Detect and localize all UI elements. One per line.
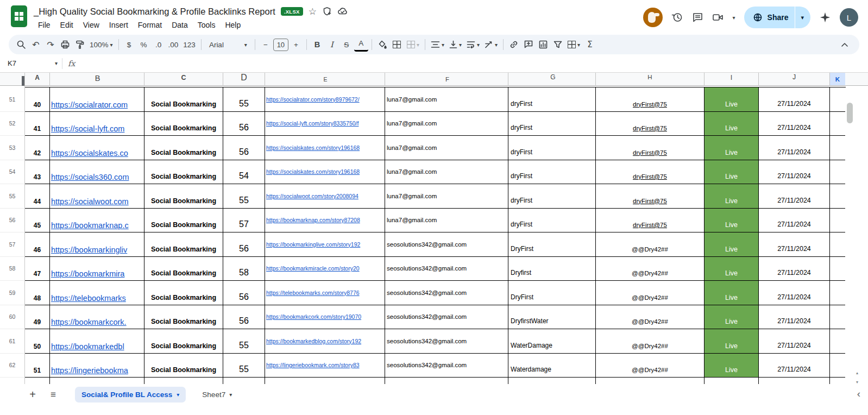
vertical-align-button[interactable]: ▾ — [447, 37, 464, 52]
cell-D59[interactable]: 56 — [223, 281, 265, 305]
cell-G55[interactable]: dryFirst — [508, 184, 596, 209]
cell-H54[interactable]: dryFirst@75 — [596, 160, 705, 185]
cell-D54[interactable]: 54 — [223, 160, 265, 185]
cell-J54[interactable]: 27/11/2024 — [759, 160, 830, 185]
select-all-corner[interactable] — [0, 73, 25, 85]
create-filter-button[interactable] — [551, 37, 565, 52]
cell-J60[interactable]: 27/11/2024 — [759, 305, 830, 330]
column-header-G[interactable]: G — [508, 73, 596, 85]
insert-chart-button[interactable] — [536, 37, 550, 52]
cell-B55[interactable]: https://socialwoot.com — [50, 184, 144, 209]
text-color-button[interactable]: A — [354, 37, 368, 52]
cell-I52[interactable]: Live — [705, 112, 759, 136]
cell-H51[interactable]: dryFirst@75 — [596, 87, 705, 112]
cell-B57[interactable]: https://bookmarkingliv — [50, 232, 144, 257]
cell-D62[interactable]: 55 — [223, 354, 265, 378]
cell-G58[interactable]: Dryfirst — [508, 257, 596, 281]
cell-I62[interactable]: Live — [705, 354, 759, 378]
cell-K55[interactable] — [830, 184, 845, 209]
cell-A51[interactable]: 40 — [25, 87, 50, 112]
column-header-I[interactable]: I — [705, 73, 759, 85]
cell-F62[interactable]: seosolutions342@gmail.com — [385, 354, 508, 378]
hide-menus-icon[interactable] — [838, 37, 852, 52]
cell-A58[interactable]: 47 — [25, 257, 50, 281]
vertical-scrollbar[interactable] — [847, 103, 853, 123]
cell-I56[interactable]: Live — [705, 209, 759, 233]
cloud-status-icon[interactable] — [337, 7, 348, 16]
star-icon[interactable]: ☆ — [309, 7, 317, 16]
cell-A56[interactable]: 45 — [25, 209, 50, 233]
document-title[interactable]: _High Quality Social Bookmarking & Profi… — [34, 7, 275, 17]
cell-D56[interactable]: 57 — [223, 209, 265, 233]
row-header-52[interactable]: 52 — [0, 112, 25, 136]
fill-color-button[interactable] — [375, 37, 389, 52]
cell-C60[interactable]: Social Bookmarking — [144, 305, 223, 330]
merge-cells-button[interactable]: ▾ — [405, 37, 422, 52]
cell-E51[interactable]: https://socialrator.com/story8979672/ — [265, 87, 385, 112]
cell-I57[interactable]: Live — [705, 232, 759, 257]
cell-G62[interactable]: Waterdamage — [508, 354, 596, 378]
cell-J52[interactable]: 27/11/2024 — [759, 112, 830, 136]
cell-A62[interactable]: 51 — [25, 354, 50, 378]
link-B56[interactable]: https://bookmarknap.c — [51, 221, 129, 230]
sheets-logo-icon[interactable] — [11, 5, 27, 27]
cell-E58[interactable]: https://bookmarkmiracle.com/story20 — [265, 257, 385, 281]
cell-F56[interactable]: luna7@gmail.com — [385, 209, 508, 233]
text-wrap-button[interactable]: ▾ — [464, 37, 482, 52]
print-icon[interactable] — [58, 37, 72, 52]
horizontal-align-button[interactable]: ▾ — [429, 37, 446, 52]
menu-data[interactable]: Data — [167, 19, 192, 31]
font-size-input[interactable]: 10 — [273, 39, 288, 51]
cell-C[interactable] — [144, 378, 223, 384]
link-B53[interactable]: https://socialskates.co — [51, 149, 128, 158]
cell-K61[interactable] — [830, 329, 845, 354]
cell-F57[interactable]: seosolutions342@gmail.com — [385, 232, 508, 257]
cell-J55[interactable]: 27/11/2024 — [759, 184, 830, 209]
workspace-avatar[interactable] — [643, 8, 663, 27]
meet-caret-icon[interactable]: ▾ — [733, 15, 735, 21]
cell-B51[interactable]: https://socialrator.com — [50, 87, 144, 112]
cell-E56[interactable]: https://bookmarknap.com/story87208 — [265, 209, 385, 233]
cell-D57[interactable]: 56 — [223, 232, 265, 257]
link-B55[interactable]: https://socialwoot.com — [51, 197, 129, 206]
cell-B[interactable] — [50, 378, 144, 384]
cell-C55[interactable]: Social Bookmarking — [144, 184, 223, 209]
row-header-51[interactable]: 51 — [0, 87, 25, 112]
sheet-tab-active[interactable]: Social& Profile BL Access▾ — [75, 387, 186, 403]
column-header-E[interactable]: E — [265, 73, 385, 85]
user-avatar[interactable]: L — [840, 8, 858, 27]
cell-B61[interactable]: https://bookmarkedbl — [50, 329, 144, 354]
cell-H52[interactable]: dryFirst@75 — [596, 112, 705, 136]
cell-G60[interactable]: DryfirstWater — [508, 305, 596, 330]
link-B60[interactable]: https://bookmarkcork. — [51, 318, 127, 326]
cell-H58[interactable]: @@Dry42## — [596, 257, 705, 281]
row-header-62[interactable]: 62 — [0, 354, 25, 378]
cell-G52[interactable]: dryFirst — [508, 112, 596, 136]
cell-C62[interactable]: Social Bookmarking — [144, 354, 223, 378]
cell-A[interactable] — [25, 378, 50, 384]
row-header-60[interactable]: 60 — [0, 305, 25, 330]
cell-E57[interactable]: https://bookmarkinglive.com/story192 — [265, 232, 385, 257]
link-E62[interactable]: https://lingeriebookmark.com/story83 — [266, 362, 360, 368]
show-side-panel-icon[interactable]: ‹ — [857, 388, 860, 400]
cell-I58[interactable]: Live — [705, 257, 759, 281]
name-box[interactable]: K7▾ — [8, 59, 58, 67]
format-currency-button[interactable]: $ — [122, 37, 136, 52]
cell-G61[interactable]: WaterDamage — [508, 329, 596, 354]
functions-button[interactable]: Σ — [583, 37, 597, 52]
more-formats-button[interactable]: 123 — [181, 37, 198, 52]
font-family-select[interactable]: Arial▾ — [205, 37, 251, 52]
column-header-H[interactable]: H — [596, 73, 705, 85]
column-header-A[interactable]: A — [25, 73, 50, 85]
cell-C58[interactable]: Social Bookmarking — [144, 257, 223, 281]
format-percent-button[interactable]: % — [137, 37, 151, 52]
cell-G51[interactable]: dryFirst — [508, 87, 596, 112]
search-icon[interactable] — [14, 37, 28, 52]
cell-F[interactable] — [385, 378, 508, 384]
all-sheets-icon[interactable]: ≡ — [46, 387, 61, 403]
row-header-partial[interactable] — [0, 378, 25, 384]
cell-H53[interactable]: dryFirst@75 — [596, 136, 705, 160]
cell-C61[interactable]: Social Bookmarking — [144, 329, 223, 354]
link-B62[interactable]: https://lingeriebookma — [51, 366, 128, 375]
sheet-tab-sheet7[interactable]: Sheet7▾ — [197, 387, 237, 403]
